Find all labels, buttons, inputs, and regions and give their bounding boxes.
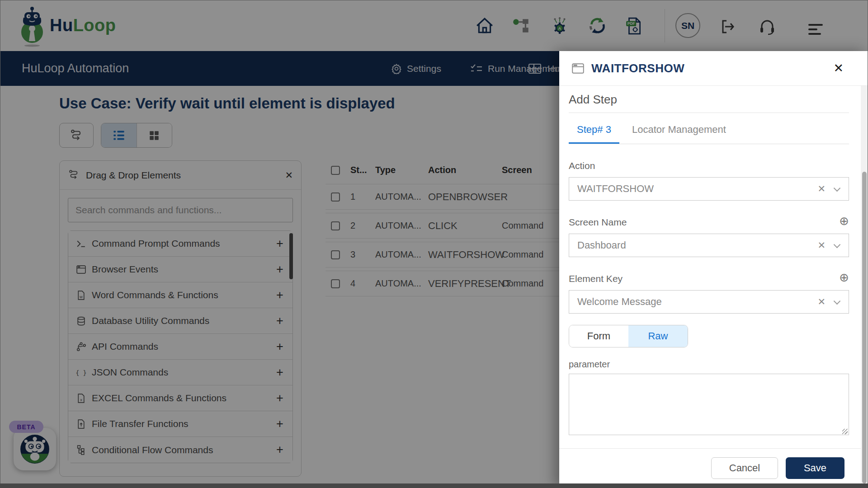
tab-locator-management[interactable]: Locator Management — [632, 124, 726, 144]
action-select[interactable]: WAITFORSHOW ✕ — [569, 177, 849, 201]
screen-name-select[interactable]: Dashboard ✕ — [569, 234, 849, 257]
app-window: HuLoop A — [0, 0, 868, 488]
drawer-body: Add Step Step# 3 Locator Management Acti… — [569, 86, 849, 437]
drawer-tabs: Step# 3 Locator Management — [569, 124, 849, 144]
chevron-down-icon — [834, 241, 841, 248]
add-step-heading: Add Step — [569, 93, 849, 107]
browser-window-icon — [571, 61, 585, 75]
tab-step-3[interactable]: Step# 3 — [569, 124, 619, 144]
screen-name-label: Screen Name⊕ — [569, 217, 849, 228]
form-raw-toggle: Form Raw — [569, 325, 688, 347]
drawer-footer: Cancel Save — [711, 457, 844, 479]
clear-icon[interactable]: ✕ — [817, 296, 826, 307]
drawer-scrollbar[interactable] — [861, 86, 868, 488]
raw-toggle-button[interactable]: Raw — [628, 325, 688, 347]
clear-icon[interactable]: ✕ — [817, 240, 826, 251]
parameter-label: parameter — [569, 359, 849, 370]
add-element-icon[interactable]: ⊕ — [839, 271, 849, 285]
chevron-down-icon — [834, 297, 841, 305]
divider — [569, 113, 849, 113]
drawer-header: WAITFORSHOW ✕ — [559, 51, 868, 86]
add-step-drawer: WAITFORSHOW ✕ Add Step Step# 3 Locator M… — [559, 51, 868, 488]
close-icon[interactable]: ✕ — [833, 61, 856, 75]
action-label: Action — [569, 160, 849, 171]
chevron-down-icon — [834, 184, 841, 192]
parameter-textarea[interactable] — [569, 374, 849, 435]
save-button[interactable]: Save — [786, 457, 844, 479]
clear-icon[interactable]: ✕ — [817, 183, 826, 194]
divider — [559, 448, 868, 449]
add-screen-icon[interactable]: ⊕ — [839, 214, 849, 228]
drawer-scrollbar-thumb[interactable] — [862, 172, 867, 483]
element-key-label: Element Key⊕ — [569, 273, 849, 284]
drawer-title: WAITFORSHOW — [591, 61, 833, 75]
element-key-select[interactable]: Welcome Message ✕ — [569, 290, 849, 314]
cancel-button[interactable]: Cancel — [711, 457, 778, 479]
form-toggle-button[interactable]: Form — [569, 325, 628, 347]
